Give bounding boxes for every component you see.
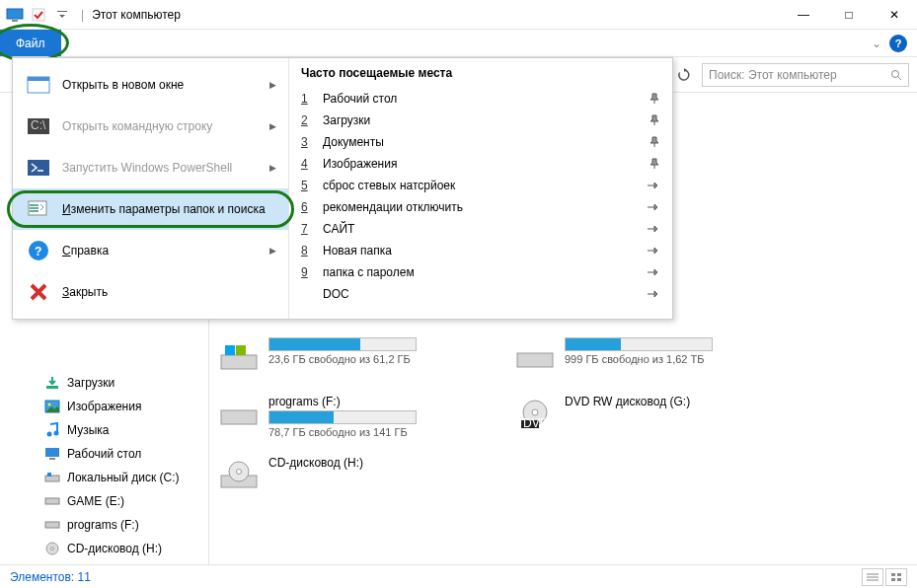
place-label: рекомендации отключить xyxy=(323,200,463,214)
help-icon[interactable]: ? xyxy=(889,35,907,52)
chevron-right-icon: ▶ xyxy=(269,121,276,131)
chevron-right-icon: ▶ xyxy=(269,163,276,173)
close-x-icon xyxy=(25,278,52,306)
sidebar-item-downloads[interactable]: Загрузки xyxy=(0,371,208,395)
drive-c[interactable]: 23,6 ГБ свободно из 61,2 ГБ xyxy=(219,337,476,377)
menu-close[interactable]: Закрыть Закрыть xyxy=(13,271,288,313)
sidebar-item-label: Изображения xyxy=(67,400,141,413)
sidebar-item-local-c[interactable]: Локальный диск (C:) xyxy=(0,466,208,489)
qat-customize-icon[interactable] xyxy=(51,4,73,26)
place-label: DOC xyxy=(323,287,349,301)
window-title: Этот компьютер xyxy=(92,8,181,22)
close-button[interactable]: ✕ xyxy=(872,0,917,30)
menu-label: Закрыть xyxy=(62,285,108,299)
svg-rect-34 xyxy=(517,353,553,367)
unpin-icon[interactable] xyxy=(647,181,660,190)
pin-icon[interactable] xyxy=(649,158,660,170)
desktop-icon xyxy=(43,445,61,463)
maximize-button[interactable]: □ xyxy=(826,0,872,30)
frequent-place-item[interactable]: 5сброс стевых натсрйоек xyxy=(301,175,660,196)
powershell-icon xyxy=(25,154,52,182)
icons-view-button[interactable] xyxy=(885,568,907,586)
place-label: Документы xyxy=(323,135,384,149)
ribbon-tabs: Файл ⌄ ? xyxy=(0,30,917,57)
unpin-icon[interactable] xyxy=(647,224,660,234)
drive-icon xyxy=(219,337,259,377)
svg-rect-25 xyxy=(47,473,51,477)
frequent-place-item[interactable]: 1Рабочий стол xyxy=(301,88,660,110)
frequent-place-item[interactable]: 9папка с паролем xyxy=(301,261,660,283)
svg-rect-2 xyxy=(33,9,44,21)
frequent-place-item[interactable]: 6рекомендации отключить xyxy=(301,196,660,218)
unpin-icon[interactable] xyxy=(647,246,660,256)
options-icon xyxy=(25,195,52,223)
this-pc-icon[interactable] xyxy=(4,4,26,26)
drive-cd[interactable]: CD-дисковод (H:) xyxy=(219,456,476,495)
svg-rect-7 xyxy=(28,77,49,81)
place-number: 8 xyxy=(301,244,315,257)
pin-icon[interactable] xyxy=(649,114,660,126)
file-tab[interactable]: Файл xyxy=(0,30,61,56)
cd-drive-icon xyxy=(219,456,259,495)
place-number: 9 xyxy=(301,265,315,279)
downloads-icon xyxy=(43,374,61,392)
details-view-button[interactable] xyxy=(862,568,883,586)
sidebar-item-music[interactable]: Музыка xyxy=(0,418,208,442)
svg-rect-3 xyxy=(57,11,67,12)
frequent-place-item[interactable]: DOC xyxy=(301,283,660,305)
unpin-icon[interactable] xyxy=(647,267,660,277)
unpin-icon[interactable] xyxy=(647,289,660,299)
menu-change-folder-options[interactable]: ИИзменить параметры папок и поисказменит… xyxy=(13,188,288,230)
drive-dvd[interactable]: DVD DVD RW дисковод (G:) xyxy=(515,395,772,438)
drive-d[interactable]: 999 ГБ свободно из 1,62 ТБ xyxy=(515,337,772,377)
file-menu-left: Открыть в новом окне ▶ C:\ Открыть коман… xyxy=(13,58,289,319)
place-number: 3 xyxy=(301,135,315,149)
place-label: сброс стевых натсрйоек xyxy=(323,179,455,192)
search-placeholder: Поиск: Этот компьютер xyxy=(709,68,837,82)
svg-point-21 xyxy=(54,431,59,436)
frequent-places-header: Часто посещаемые места xyxy=(301,66,660,80)
place-label: Рабочий стол xyxy=(323,92,397,106)
sidebar-item-label: Рабочий стол xyxy=(67,447,141,461)
place-number: 1 xyxy=(301,92,315,106)
svg-point-37 xyxy=(532,409,538,415)
refresh-button[interactable] xyxy=(672,63,696,87)
sidebar-item-desktop[interactable]: Рабочий стол xyxy=(0,442,208,466)
menu-label: Открыть в новом окне xyxy=(62,78,184,92)
frequent-place-item[interactable]: 4Изображения xyxy=(301,153,660,175)
frequent-place-item[interactable]: 2Загрузки xyxy=(301,110,660,131)
drive-icon xyxy=(219,395,259,434)
drive-f[interactable]: programs (F:) 78,7 ГБ свободно из 141 ГБ xyxy=(219,395,476,438)
file-menu-right: Часто посещаемые места 1Рабочий стол2Заг… xyxy=(289,58,672,319)
unpin-icon[interactable] xyxy=(647,202,660,212)
svg-rect-48 xyxy=(891,578,895,581)
minimize-button[interactable]: — xyxy=(781,0,826,30)
menu-help[interactable]: ? Справка Справка ▶ xyxy=(13,230,288,271)
sidebar-item-pictures[interactable]: Изображения xyxy=(0,395,208,418)
place-label: папка с паролем xyxy=(323,265,415,279)
frequent-place-item[interactable]: 3Документы xyxy=(301,131,660,153)
search-input[interactable]: Поиск: Этот компьютер xyxy=(702,63,909,87)
expand-ribbon-icon[interactable]: ⌄ xyxy=(872,37,881,50)
sidebar-item-label: programs (F:) xyxy=(67,518,139,532)
frequent-place-item[interactable]: 7САЙТ xyxy=(301,218,660,240)
pin-icon[interactable] xyxy=(649,93,660,105)
pin-icon[interactable] xyxy=(649,136,660,148)
drive-name: DVD RW дисковод (G:) xyxy=(565,395,690,408)
menu-open-cmd: C:\ Открыть командную строку ▶ xyxy=(13,106,288,147)
sidebar-item-cd-h[interactable]: CD-дисковод (H:) xyxy=(0,537,208,560)
menu-open-new-window[interactable]: Открыть в новом окне ▶ xyxy=(13,64,288,106)
quick-access-toolbar xyxy=(0,4,77,26)
svg-point-42 xyxy=(237,470,242,475)
sidebar-item-label: CD-дисковод (H:) xyxy=(67,542,162,555)
sidebar-item-game-e[interactable]: GAME (E:) xyxy=(0,489,208,513)
place-label: Изображения xyxy=(323,157,397,171)
file-menu: Открыть в новом окне ▶ C:\ Открыть коман… xyxy=(12,57,673,320)
menu-label: Справка xyxy=(62,244,109,257)
sidebar-item-programs-f[interactable]: programs (F:) xyxy=(0,513,208,537)
properties-icon[interactable] xyxy=(28,4,49,26)
frequent-place-item[interactable]: 8Новая папка xyxy=(301,240,660,261)
drive-subtitle: 23,6 ГБ свободно из 61,2 ГБ xyxy=(268,353,417,365)
pictures-icon xyxy=(43,398,61,415)
svg-rect-0 xyxy=(7,9,23,19)
